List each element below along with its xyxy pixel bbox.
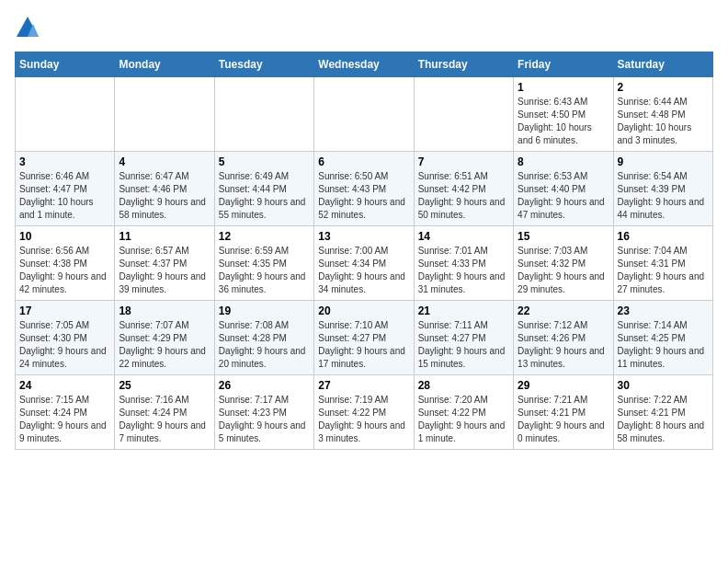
calendar-cell: 18Sunrise: 7:07 AM Sunset: 4:29 PM Dayli… <box>115 301 214 375</box>
day-number: 2 <box>618 81 709 94</box>
day-number: 25 <box>119 379 210 392</box>
calendar-cell: 22Sunrise: 7:12 AM Sunset: 4:26 PM Dayli… <box>514 301 613 375</box>
day-info: Sunrise: 7:07 AM Sunset: 4:29 PM Dayligh… <box>119 319 210 371</box>
calendar-cell: 23Sunrise: 7:14 AM Sunset: 4:25 PM Dayli… <box>613 301 712 375</box>
day-number: 26 <box>219 379 310 392</box>
day-number: 22 <box>518 304 609 317</box>
weekday-header-monday: Monday <box>115 52 214 77</box>
calendar-cell: 27Sunrise: 7:19 AM Sunset: 4:22 PM Dayli… <box>314 375 414 450</box>
calendar-cell: 21Sunrise: 7:11 AM Sunset: 4:27 PM Dayli… <box>414 301 513 375</box>
calendar-cell: 11Sunrise: 6:57 AM Sunset: 4:37 PM Dayli… <box>115 226 214 301</box>
day-number: 9 <box>618 155 709 168</box>
calendar-cell: 7Sunrise: 6:51 AM Sunset: 4:42 PM Daylig… <box>414 152 513 226</box>
day-number: 30 <box>618 379 709 392</box>
day-info: Sunrise: 7:11 AM Sunset: 4:27 PM Dayligh… <box>418 319 509 371</box>
day-info: Sunrise: 6:56 AM Sunset: 4:38 PM Dayligh… <box>19 245 110 296</box>
calendar-cell: 1Sunrise: 6:43 AM Sunset: 4:50 PM Daylig… <box>514 77 613 152</box>
day-number: 7 <box>418 155 509 168</box>
calendar-cell: 3Sunrise: 6:46 AM Sunset: 4:47 PM Daylig… <box>16 152 115 226</box>
day-number: 10 <box>19 230 110 243</box>
day-number: 14 <box>418 230 509 243</box>
calendar-cell: 10Sunrise: 6:56 AM Sunset: 4:38 PM Dayli… <box>16 226 115 301</box>
day-number: 16 <box>618 230 709 243</box>
logo-icon <box>15 15 40 40</box>
day-info: Sunrise: 7:04 AM Sunset: 4:31 PM Dayligh… <box>618 245 709 296</box>
day-number: 15 <box>518 230 609 243</box>
calendar-cell: 15Sunrise: 7:03 AM Sunset: 4:32 PM Dayli… <box>514 226 613 301</box>
calendar-cell: 6Sunrise: 6:50 AM Sunset: 4:43 PM Daylig… <box>314 152 414 226</box>
day-info: Sunrise: 6:47 AM Sunset: 4:46 PM Dayligh… <box>119 170 210 222</box>
day-number: 24 <box>19 379 110 392</box>
calendar-cell: 8Sunrise: 6:53 AM Sunset: 4:40 PM Daylig… <box>514 152 613 226</box>
calendar-cell: 19Sunrise: 7:08 AM Sunset: 4:28 PM Dayli… <box>214 301 313 375</box>
calendar-cell <box>314 77 414 152</box>
day-number: 28 <box>418 379 509 392</box>
calendar-cell: 26Sunrise: 7:17 AM Sunset: 4:23 PM Dayli… <box>214 375 313 450</box>
weekday-header-friday: Friday <box>514 52 613 77</box>
day-info: Sunrise: 7:16 AM Sunset: 4:24 PM Dayligh… <box>119 394 210 445</box>
calendar-cell: 30Sunrise: 7:22 AM Sunset: 4:21 PM Dayli… <box>613 375 712 450</box>
day-number: 20 <box>318 304 409 317</box>
day-number: 3 <box>19 155 110 168</box>
day-number: 11 <box>119 230 210 243</box>
day-number: 5 <box>219 155 310 168</box>
day-info: Sunrise: 7:20 AM Sunset: 4:22 PM Dayligh… <box>418 394 509 445</box>
day-info: Sunrise: 6:43 AM Sunset: 4:50 PM Dayligh… <box>518 96 609 147</box>
day-number: 1 <box>518 81 609 94</box>
day-info: Sunrise: 7:01 AM Sunset: 4:33 PM Dayligh… <box>418 245 509 296</box>
day-number: 17 <box>19 304 110 317</box>
day-info: Sunrise: 7:00 AM Sunset: 4:34 PM Dayligh… <box>318 245 409 296</box>
calendar-cell: 25Sunrise: 7:16 AM Sunset: 4:24 PM Dayli… <box>115 375 214 450</box>
day-number: 12 <box>219 230 310 243</box>
day-number: 18 <box>119 304 210 317</box>
day-info: Sunrise: 7:03 AM Sunset: 4:32 PM Dayligh… <box>518 245 609 296</box>
day-number: 23 <box>618 304 709 317</box>
day-info: Sunrise: 6:59 AM Sunset: 4:35 PM Dayligh… <box>219 245 310 296</box>
day-info: Sunrise: 7:17 AM Sunset: 4:23 PM Dayligh… <box>219 394 310 445</box>
calendar-table: SundayMondayTuesdayWednesdayThursdayFrid… <box>15 52 713 450</box>
day-info: Sunrise: 6:46 AM Sunset: 4:47 PM Dayligh… <box>19 170 110 222</box>
calendar-cell: 20Sunrise: 7:10 AM Sunset: 4:27 PM Dayli… <box>314 301 414 375</box>
calendar-cell: 16Sunrise: 7:04 AM Sunset: 4:31 PM Dayli… <box>613 226 712 301</box>
day-info: Sunrise: 7:22 AM Sunset: 4:21 PM Dayligh… <box>618 394 709 445</box>
calendar-cell <box>16 77 115 152</box>
calendar-cell: 14Sunrise: 7:01 AM Sunset: 4:33 PM Dayli… <box>414 226 513 301</box>
day-number: 29 <box>518 379 609 392</box>
day-info: Sunrise: 7:05 AM Sunset: 4:30 PM Dayligh… <box>19 319 110 371</box>
calendar-cell: 9Sunrise: 6:54 AM Sunset: 4:39 PM Daylig… <box>613 152 712 226</box>
day-number: 21 <box>418 304 509 317</box>
calendar-cell: 12Sunrise: 6:59 AM Sunset: 4:35 PM Dayli… <box>214 226 313 301</box>
calendar-cell: 17Sunrise: 7:05 AM Sunset: 4:30 PM Dayli… <box>16 301 115 375</box>
calendar-cell: 2Sunrise: 6:44 AM Sunset: 4:48 PM Daylig… <box>613 77 712 152</box>
day-info: Sunrise: 7:10 AM Sunset: 4:27 PM Dayligh… <box>318 319 409 371</box>
day-info: Sunrise: 7:14 AM Sunset: 4:25 PM Dayligh… <box>618 319 709 371</box>
calendar-cell <box>115 77 214 152</box>
day-number: 6 <box>318 155 409 168</box>
day-info: Sunrise: 6:53 AM Sunset: 4:40 PM Dayligh… <box>518 170 609 222</box>
day-info: Sunrise: 6:51 AM Sunset: 4:42 PM Dayligh… <box>418 170 509 222</box>
day-info: Sunrise: 6:54 AM Sunset: 4:39 PM Dayligh… <box>618 170 709 222</box>
calendar-cell: 13Sunrise: 7:00 AM Sunset: 4:34 PM Dayli… <box>314 226 414 301</box>
day-info: Sunrise: 7:21 AM Sunset: 4:21 PM Dayligh… <box>518 394 609 445</box>
day-info: Sunrise: 7:08 AM Sunset: 4:28 PM Dayligh… <box>219 319 310 371</box>
day-info: Sunrise: 7:19 AM Sunset: 4:22 PM Dayligh… <box>318 394 409 445</box>
weekday-header-saturday: Saturday <box>613 52 712 77</box>
weekday-header-wednesday: Wednesday <box>314 52 414 77</box>
weekday-header-sunday: Sunday <box>16 52 115 77</box>
day-info: Sunrise: 6:57 AM Sunset: 4:37 PM Dayligh… <box>119 245 210 296</box>
header <box>15 15 713 40</box>
calendar-cell <box>414 77 513 152</box>
day-number: 19 <box>219 304 310 317</box>
calendar-cell: 24Sunrise: 7:15 AM Sunset: 4:24 PM Dayli… <box>16 375 115 450</box>
weekday-header-thursday: Thursday <box>414 52 513 77</box>
day-number: 8 <box>518 155 609 168</box>
day-number: 13 <box>318 230 409 243</box>
calendar-cell: 5Sunrise: 6:49 AM Sunset: 4:44 PM Daylig… <box>214 152 313 226</box>
day-info: Sunrise: 6:50 AM Sunset: 4:43 PM Dayligh… <box>318 170 409 222</box>
weekday-header-tuesday: Tuesday <box>214 52 313 77</box>
calendar-cell: 29Sunrise: 7:21 AM Sunset: 4:21 PM Dayli… <box>514 375 613 450</box>
calendar-cell <box>214 77 313 152</box>
logo <box>15 15 44 40</box>
calendar-cell: 4Sunrise: 6:47 AM Sunset: 4:46 PM Daylig… <box>115 152 214 226</box>
day-info: Sunrise: 7:15 AM Sunset: 4:24 PM Dayligh… <box>19 394 110 445</box>
